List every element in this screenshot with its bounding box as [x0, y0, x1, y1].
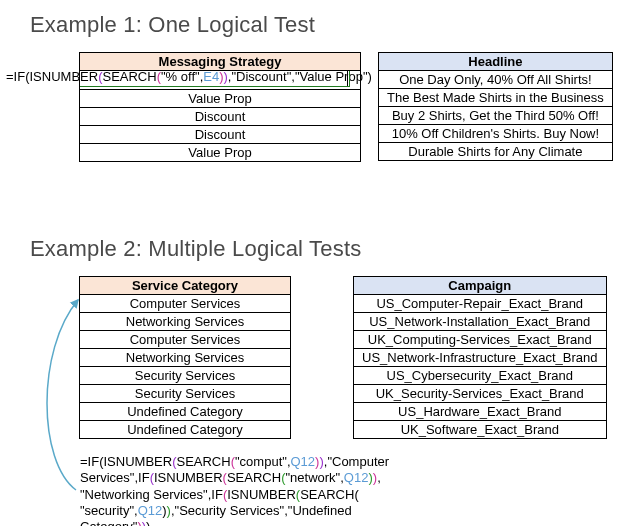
example1-table-strategy: Messaging Strategy Value Prop Discount D…: [79, 52, 361, 162]
service-row: Networking Services: [80, 313, 291, 331]
campaign-header: Campaign: [354, 277, 607, 295]
service-row: Undefined Category: [80, 403, 291, 421]
headline-row: Durable Shirts for Any Climate: [379, 143, 613, 161]
campaign-row: US_Cybersecurity_Exact_Brand: [354, 367, 607, 385]
strategy-row: Value Prop: [80, 90, 361, 108]
example1-table-headline: Headline One Day Only, 40% Off All Shirt…: [378, 52, 613, 161]
strategy-row: Discount: [80, 108, 361, 126]
campaign-row: US_Network-Infrastructure_Exact_Brand: [354, 349, 607, 367]
example1-block: =IF(ISNUMBER(SEARCH("% off",E4)),"Discou…: [0, 52, 624, 202]
headline-row: The Best Made Shirts in the Business: [379, 89, 613, 107]
service-row: Computer Services: [80, 331, 291, 349]
example2-formula: =IF(ISNUMBER(SEARCH("comput",Q12)),"Comp…: [80, 454, 410, 526]
campaign-row: US_Hardware_Exact_Brand: [354, 403, 607, 421]
example1-title: Example 1: One Logical Test: [30, 12, 624, 38]
campaign-row: UK_Software_Exact_Brand: [354, 421, 607, 439]
service-row: Security Services: [80, 367, 291, 385]
headline-row: One Day Only, 40% Off All Shirts!: [379, 71, 613, 89]
campaign-row: US_Network-Installation_Exact_Brand: [354, 313, 607, 331]
strategy-row: Discount: [80, 126, 361, 144]
service-header: Service Category: [80, 277, 291, 295]
campaign-row: UK_Security-Services_Exact_Brand: [354, 385, 607, 403]
example2-table-service: Service Category Computer Services Netwo…: [79, 276, 291, 439]
headline-header: Headline: [379, 53, 613, 71]
example2-table-campaign: Campaign US_Computer-Repair_Exact_Brand …: [353, 276, 607, 439]
service-row: Networking Services: [80, 349, 291, 367]
campaign-row: UK_Computing-Services_Exact_Brand: [354, 331, 607, 349]
service-row: Computer Services: [80, 295, 291, 313]
campaign-row: US_Computer-Repair_Exact_Brand: [354, 295, 607, 313]
example2-title: Example 2: Multiple Logical Tests: [30, 236, 624, 262]
service-row: Security Services: [80, 385, 291, 403]
headline-row: Buy 2 Shirts, Get the Third 50% Off!: [379, 107, 613, 125]
headline-row: 10% Off Children's Shirts. Buy Now!: [379, 125, 613, 143]
strategy-header: Messaging Strategy: [80, 53, 361, 71]
service-row: Undefined Category: [80, 421, 291, 439]
strategy-row: Value Prop: [80, 144, 361, 162]
